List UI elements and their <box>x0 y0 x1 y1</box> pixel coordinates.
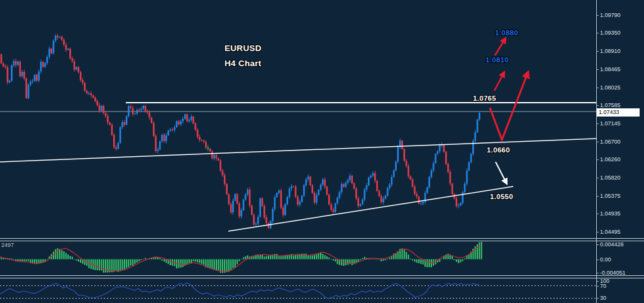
support-retest-arrow <box>496 162 506 183</box>
price-axis-label: 1.08025 <box>600 84 621 91</box>
resistance-level-label: 1.0765 <box>473 94 496 102</box>
price-axis-label-tick <box>596 123 599 124</box>
price-axis-label-tick <box>596 51 599 52</box>
retest-level-label: 1.0660 <box>487 146 510 154</box>
oscillator-axis-label: 30 <box>600 295 606 301</box>
price-axis-label-tick <box>596 159 599 160</box>
macd-axis-label-tick <box>596 244 599 245</box>
price-axis-label: 1.05375 <box>600 193 621 199</box>
price-axis-label-tick <box>596 142 599 142</box>
oscillator-axis-label-tick <box>596 298 599 299</box>
price-axis-label: 1.06700 <box>600 139 621 145</box>
macd-value-clipped: 2497 <box>1 242 14 248</box>
macd-axis-label-tick <box>596 273 599 273</box>
macd-indicator-panel[interactable] <box>0 241 596 275</box>
oscillator-axis-label: 70 <box>600 283 606 289</box>
macd-axis-label: -0.004051 <box>600 270 626 276</box>
oscillator-axis-label-tick <box>596 281 599 282</box>
oscillator-line <box>0 283 479 299</box>
price-axis-label-tick <box>596 214 599 214</box>
price-axis-label: 1.09790 <box>600 12 621 18</box>
price-axis-label-tick <box>596 33 599 33</box>
timeframe-label: H4 Chart <box>225 59 262 68</box>
price-axis-line <box>596 0 597 303</box>
macd-histogram <box>0 242 482 273</box>
symbol-label: EURUSD <box>225 43 262 53</box>
current-price-tag: 1.07433 <box>597 108 640 117</box>
price-axis-label-tick <box>596 88 599 88</box>
oscillator-axis-label-tick <box>596 286 599 287</box>
support-level-label: 1.0550 <box>490 193 513 200</box>
oscillator-indicator-panel[interactable] <box>0 278 596 303</box>
price-axis-label: 1.09350 <box>600 30 621 36</box>
target-mid-label: 1.0810 <box>486 56 509 64</box>
price-axis-label: 1.07585 <box>600 102 621 108</box>
price-axis-label-tick <box>596 105 599 106</box>
price-axis-label: 1.08465 <box>600 66 621 72</box>
price-axis-label-tick <box>596 15 599 16</box>
price-axis-label: 1.04495 <box>600 229 621 235</box>
target-mid-arrow <box>494 73 504 91</box>
lower-trendline <box>228 186 513 231</box>
price-axis-label: 1.05820 <box>600 174 621 181</box>
price-axis-label: 1.07145 <box>600 120 621 127</box>
macd-axis-label: 0.00 <box>600 256 611 263</box>
price-axis-label: 1.08910 <box>600 48 621 54</box>
price-axis-label-tick <box>596 232 599 232</box>
target-high-arrow <box>495 39 505 55</box>
macd-axis-label: 0.004428 <box>600 241 624 248</box>
target-high-label: 1.0880 <box>495 29 518 37</box>
price-axis-label-tick <box>596 178 599 178</box>
price-axis-label: 1.04935 <box>600 210 621 217</box>
projection-path-arrow <box>490 73 528 140</box>
price-axis-label-tick <box>596 69 599 70</box>
price-axis-label-tick <box>596 196 599 197</box>
macd-axis-label-tick <box>596 260 599 260</box>
mt4-chart-window: 1.097901.093501.089101.084651.080251.075… <box>0 0 644 303</box>
price-axis-label: 1.06260 <box>600 156 621 163</box>
